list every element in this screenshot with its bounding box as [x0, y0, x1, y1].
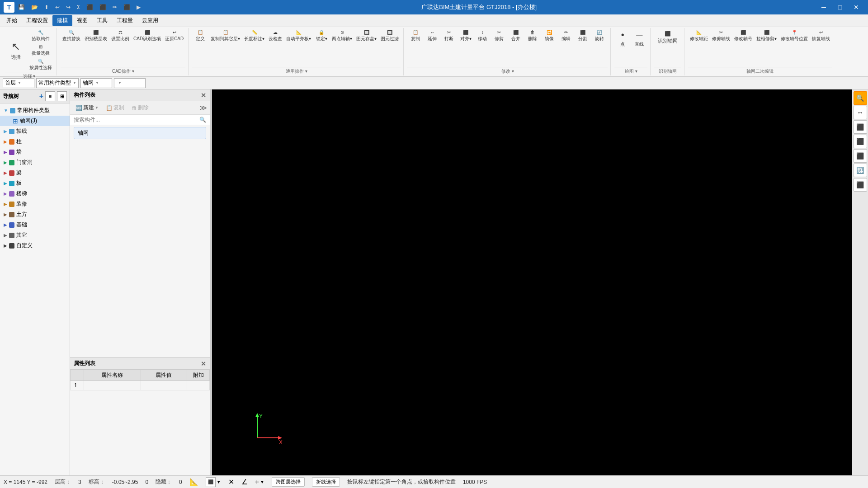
- lock-button[interactable]: 🔒 锁定▾: [313, 29, 330, 43]
- line-draw-button[interactable]: ─ 直线: [631, 29, 647, 48]
- right-btn-pan[interactable]: ↔: [854, 106, 867, 119]
- move-button[interactable]: ↕ 移动: [474, 29, 491, 43]
- modify-axis-dist-button[interactable]: 📐 修改轴距: [688, 29, 710, 43]
- nav-category-earth[interactable]: ▶ 土方: [0, 209, 70, 220]
- redo-icon[interactable]: ↪: [64, 3, 72, 11]
- restore-axis-button[interactable]: ↩ 恢复轴线: [810, 29, 832, 43]
- right-btn-view[interactable]: ⬛: [854, 149, 867, 163]
- nav-item-grid[interactable]: ⊞ 轴网(J): [0, 116, 70, 126]
- nav-category-axis[interactable]: ▶ 轴线: [0, 126, 70, 136]
- cad-options-button[interactable]: ⬛ CAD识别选项: [132, 29, 163, 43]
- menu-project-settings[interactable]: 工程设置: [22, 15, 52, 26]
- nav-category-stairs[interactable]: ▶ 楼梯: [0, 188, 70, 199]
- undo-icon[interactable]: ↩: [53, 3, 61, 11]
- plus-arrow-button[interactable]: ▼: [260, 479, 264, 484]
- cloud-check-button[interactable]: ☁ 云检查: [267, 29, 284, 43]
- nav-category-slab[interactable]: ▶ 板: [0, 178, 70, 188]
- right-btn-grid[interactable]: ⬛: [854, 178, 867, 192]
- nav-list-view-button[interactable]: ≡: [45, 91, 55, 101]
- component-item-grid[interactable]: 轴网: [74, 127, 206, 139]
- auto-align-button[interactable]: 📐 自动平齐板▾: [284, 29, 313, 43]
- open-icon[interactable]: 📂: [29, 3, 40, 11]
- angle-button[interactable]: ∠: [241, 478, 248, 486]
- delete-component-button[interactable]: 🗑 删除: [129, 103, 151, 113]
- properties-close-button[interactable]: ✕: [201, 360, 206, 367]
- view-type-button[interactable]: ⬛: [206, 477, 216, 487]
- component-select[interactable]: 轴网 ▼: [80, 78, 112, 88]
- nav-category-decoration[interactable]: ▶ 装修: [0, 199, 70, 209]
- length-mark-button[interactable]: 📏 长度标注▾: [242, 29, 266, 43]
- select-button[interactable]: ↖ 选择: [5, 29, 27, 72]
- trim-axis-button[interactable]: ✂ 修剪轴线: [710, 29, 732, 43]
- nav-category-wall[interactable]: ▶ 墙: [0, 147, 70, 157]
- extra-select[interactable]: ▼: [114, 78, 146, 88]
- minimize-button[interactable]: ─: [816, 0, 832, 14]
- nav-category-foundation[interactable]: ▶ 基础: [0, 220, 70, 230]
- rotate-button[interactable]: 🔃 旋转: [591, 29, 608, 43]
- nav-category-common[interactable]: ▼ 常用构件类型: [0, 105, 70, 116]
- view-arrow-button[interactable]: ▼: [217, 479, 221, 484]
- cross-layer-select-button[interactable]: 跨图层选择: [272, 477, 305, 487]
- break-button[interactable]: ✂ 打断: [441, 29, 457, 43]
- close-button[interactable]: ✕: [848, 0, 864, 14]
- edit-icon[interactable]: ✏: [111, 3, 119, 11]
- search-input[interactable]: [74, 117, 199, 123]
- filter-element-button[interactable]: 🔲 图元过滤: [379, 29, 401, 43]
- right-btn-rotate[interactable]: 🔃: [854, 164, 867, 177]
- trim-button[interactable]: ✂ 修剪: [491, 29, 507, 43]
- menu-view[interactable]: 视图: [72, 15, 92, 26]
- list-expand-button[interactable]: ≫: [199, 103, 207, 112]
- right-btn-zoom[interactable]: 🔍: [854, 91, 867, 105]
- nav-category-beam[interactable]: ▶ 梁: [0, 168, 70, 178]
- set-scale-button[interactable]: ⚖ 设置比例: [109, 29, 131, 43]
- save-icon[interactable]: 💾: [16, 3, 27, 11]
- component-list-close-button[interactable]: ✕: [201, 92, 206, 99]
- sigma-icon[interactable]: Σ: [75, 3, 82, 11]
- identify-grid-button[interactable]: ⬛ 识别轴网: [654, 29, 681, 46]
- nav-category-column[interactable]: ▶ 柱: [0, 136, 70, 147]
- grid-icon[interactable]: ⬛: [122, 3, 132, 11]
- floor-select[interactable]: 首层 ▼: [3, 78, 34, 88]
- batch-select-button[interactable]: ⊞ 批量选择: [28, 43, 54, 57]
- define-button[interactable]: 📋 定义: [192, 29, 208, 43]
- find-replace-button[interactable]: 🔍 查找替换: [61, 29, 82, 43]
- new-component-button[interactable]: 🆕 新建 ▼: [73, 103, 101, 113]
- copy-component-button[interactable]: 📋 复制: [103, 103, 127, 113]
- menu-start[interactable]: 开始: [2, 15, 22, 26]
- menu-quantities[interactable]: 工程量: [112, 15, 137, 26]
- play-icon[interactable]: ▶: [135, 3, 142, 11]
- save-element-button[interactable]: 🔲 图元存盘▾: [354, 29, 378, 43]
- tb1-icon[interactable]: ⬛: [85, 3, 95, 11]
- menu-modeling[interactable]: 建模: [52, 15, 72, 26]
- right-btn-box[interactable]: ⬛: [854, 135, 867, 148]
- right-btn-frame[interactable]: ⬛: [854, 120, 867, 134]
- modify-axis-num-button[interactable]: ⬛ 修改轴号: [732, 29, 754, 43]
- tb2-icon[interactable]: ⬛: [98, 3, 108, 11]
- cancel-button[interactable]: ✕: [228, 478, 234, 486]
- nav-category-door[interactable]: ▶ 门窗洞: [0, 157, 70, 168]
- menu-tools[interactable]: 工具: [92, 15, 112, 26]
- component-type-select[interactable]: 常用构件类型 ▼: [36, 78, 79, 88]
- split-button[interactable]: ⬛ 分割: [575, 29, 591, 43]
- nav-add-button[interactable]: +: [39, 92, 43, 100]
- align-button[interactable]: ⬛ 对齐▾: [458, 29, 474, 43]
- menu-cloud[interactable]: 云应用: [137, 15, 163, 26]
- mirror-button[interactable]: 🔁 镜像: [541, 29, 557, 43]
- box-trim-button[interactable]: ⬛ 拉框修剪▾: [755, 29, 778, 43]
- upload-icon[interactable]: ⬆: [42, 3, 51, 11]
- two-point-axis-button[interactable]: ⊙ 两点辅轴▾: [330, 29, 354, 43]
- copy-button[interactable]: 📋 复制: [407, 29, 424, 43]
- extend-button[interactable]: ↔ 延伸: [424, 29, 440, 43]
- merge-button[interactable]: ⬛ 合并: [508, 29, 524, 43]
- copy-floor-button[interactable]: 📋 复制到其它层▾: [209, 29, 242, 43]
- polyline-select-button[interactable]: 折线选择: [312, 477, 340, 487]
- modify-axis-pos-button[interactable]: 📍 修改轴号位置: [779, 29, 810, 43]
- edit-button[interactable]: ✏ 编辑: [558, 29, 574, 43]
- identify-floor-button[interactable]: ⬛ 识别楼层表: [83, 29, 109, 43]
- pick-component-button[interactable]: 🔧 拾取构件: [28, 29, 54, 43]
- point-draw-button[interactable]: • 点: [614, 29, 631, 48]
- prop-row-1-value[interactable]: [141, 381, 187, 390]
- delete-button[interactable]: 🗑 删除: [524, 29, 541, 43]
- prop-row-1-name[interactable]: [84, 381, 141, 390]
- maximize-button[interactable]: □: [832, 0, 848, 14]
